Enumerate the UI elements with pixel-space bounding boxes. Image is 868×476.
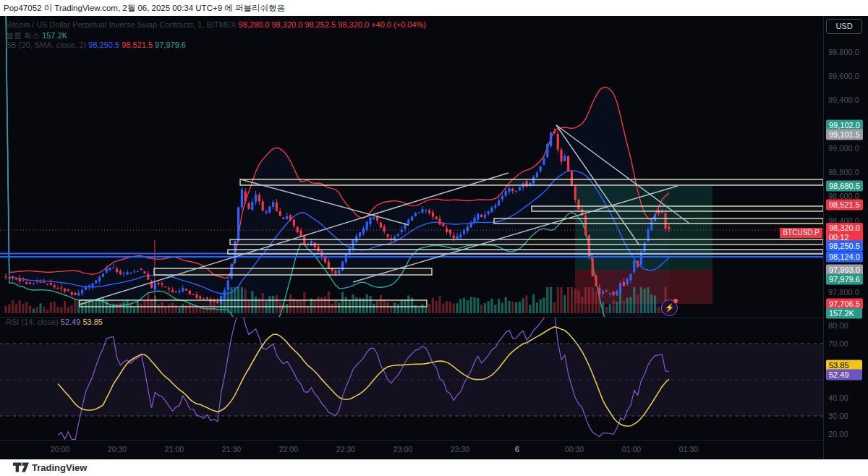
ohlc-change: +40.0 (+0.04%) <box>371 20 426 29</box>
candle-body <box>29 282 31 284</box>
price-range-box[interactable] <box>80 300 427 307</box>
candle-body <box>74 293 76 295</box>
volume-bar <box>56 307 59 313</box>
volume-bar <box>567 287 569 313</box>
price-range-box[interactable] <box>240 179 823 185</box>
rsi-pane[interactable] <box>0 317 823 440</box>
bb-lower-value: 97,979.6 <box>155 41 186 49</box>
symbol-legend-row[interactable]: Bitcoin / US Dollar Perpetual Inverse Sw… <box>6 20 426 29</box>
volume-bar <box>550 287 552 313</box>
volume-bar <box>584 287 587 313</box>
price-range-box[interactable] <box>532 206 823 211</box>
volume-bar <box>46 310 48 313</box>
candle-body <box>661 213 663 213</box>
candle-body <box>438 218 441 225</box>
candle-body <box>237 208 239 242</box>
candle-body <box>25 282 27 284</box>
candle-body <box>505 191 507 196</box>
price-range-box[interactable] <box>494 218 823 224</box>
volume-bar <box>467 300 469 313</box>
volume-bar <box>644 289 646 313</box>
price-range-box[interactable] <box>230 239 823 245</box>
volume-bar <box>581 297 583 313</box>
candle-body <box>77 293 80 296</box>
candle-body <box>411 216 413 220</box>
volume-bar <box>540 299 542 313</box>
candle-body <box>293 220 295 226</box>
candle-body <box>550 132 552 146</box>
candle-body <box>567 156 569 172</box>
ohlc-high: 98,320.0 <box>271 20 302 29</box>
pane-separator[interactable] <box>0 317 823 318</box>
volume-bar <box>595 292 597 313</box>
volume-bar <box>529 305 531 314</box>
candle-body <box>175 292 177 292</box>
volume-bar <box>633 287 635 313</box>
candle-body <box>560 150 562 161</box>
candle-body <box>397 234 399 237</box>
volume-bar <box>515 302 517 313</box>
volume-bar <box>216 307 218 313</box>
volume-value: 157.2K <box>42 31 67 40</box>
tradingview-logo-icon[interactable] <box>13 462 29 472</box>
volume-bar <box>60 307 62 313</box>
publish-info-bar: Pop47052 이 TradingView.com, 2월 06, 2025 … <box>0 0 868 16</box>
volume-bar <box>25 302 27 313</box>
price-axis[interactable]: USD 99,800.099,600.099,400.099,000.098,8… <box>824 16 868 459</box>
price-range-box[interactable] <box>228 250 823 254</box>
volume-bar <box>522 298 524 313</box>
axis-gridline-label: 20.00 <box>828 430 848 438</box>
axis-price-badge: 52.49 <box>826 370 862 381</box>
price-pane[interactable] <box>0 16 823 317</box>
volume-bar <box>574 289 576 313</box>
volume-bar <box>54 302 56 313</box>
volume-indicator-label[interactable]: 볼륨 확스 <box>6 31 40 40</box>
plot-area[interactable]: Bitcoin / US Dollar Perpetual Inverse Sw… <box>0 16 823 459</box>
currency-toggle-button[interactable]: USD <box>826 19 862 34</box>
candle-body <box>60 288 62 289</box>
volume-bar <box>428 304 430 313</box>
candle-body <box>71 292 73 295</box>
candle-body <box>428 211 430 213</box>
candle-body <box>359 232 361 237</box>
candle-body <box>362 229 365 234</box>
symbol-price-tag: BTCUSD.P <box>780 228 822 238</box>
volume-bar <box>22 304 24 313</box>
time-axis-label: 22:30 <box>336 445 355 454</box>
volume-bar <box>654 295 656 313</box>
tradingview-wordmark[interactable]: TradingView <box>32 462 87 473</box>
rsi-indicator-label[interactable]: RSI (14, close) <box>6 318 59 326</box>
candle-body <box>265 211 267 213</box>
rsi-ma-value: 53.85 <box>82 318 103 326</box>
volume-bar <box>542 298 545 314</box>
volume-legend-row[interactable]: 볼륨 확스 157.2K <box>6 30 67 41</box>
candle-body <box>508 188 510 192</box>
time-axis-label: 00:30 <box>565 445 584 454</box>
candle-body <box>81 290 83 294</box>
volume-bar <box>15 305 17 314</box>
candle-body <box>542 158 545 165</box>
candle-body <box>241 190 243 208</box>
bb-legend-row[interactable]: BB (20, SMA, close, 2) 98,250.5 98,521.5… <box>6 41 186 49</box>
volume-bar <box>592 287 594 313</box>
axis-gridline-label: 99,000.0 <box>828 144 859 153</box>
candle-body <box>616 291 618 296</box>
candle-body <box>453 236 455 239</box>
candle-body <box>64 289 66 292</box>
candle-body <box>498 200 500 205</box>
chart-area[interactable]: Bitcoin / US Dollar Perpetual Inverse Sw… <box>0 16 868 459</box>
candle-body <box>46 284 48 284</box>
candle-body <box>224 290 226 298</box>
volume-bar <box>637 295 639 313</box>
flash-reaction-icon[interactable]: ⚡ <box>661 299 678 316</box>
rsi-legend-row[interactable]: RSI (14, close) 52.49 53.85 <box>6 318 103 326</box>
symbol-description[interactable]: Bitcoin / US Dollar Perpetual Inverse Sw… <box>6 20 237 29</box>
candle-body <box>286 216 288 219</box>
time-axis-separator[interactable] <box>0 440 823 441</box>
time-axis[interactable]: 20:0020:3021:0021:3022:0022:3023:0023:30… <box>0 440 823 459</box>
volume-bar <box>67 307 69 313</box>
axis-gridline-label: 99,600.0 <box>828 72 859 80</box>
bb-indicator-label[interactable]: BB (20, SMA, close, 2) <box>6 41 86 49</box>
volume-bar <box>494 305 496 313</box>
volume-bar <box>511 302 514 313</box>
